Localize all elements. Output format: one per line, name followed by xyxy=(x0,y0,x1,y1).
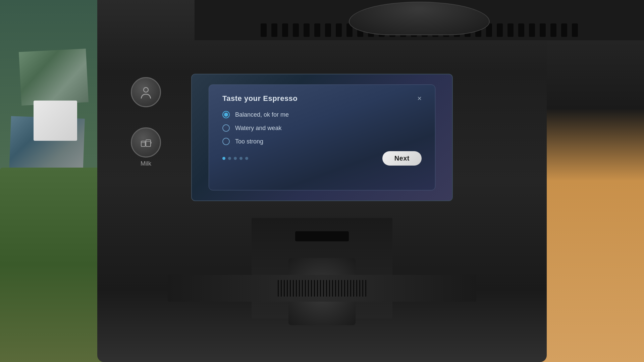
vent-slot xyxy=(550,23,556,37)
vent-slot xyxy=(282,23,288,37)
grill-slot xyxy=(308,280,309,297)
close-button[interactable]: × xyxy=(417,95,422,102)
grill-slot xyxy=(350,280,351,297)
grill-slot xyxy=(305,280,306,297)
vent-slot xyxy=(304,23,310,37)
grill-slot xyxy=(338,280,339,297)
option-balanced[interactable]: Balanced, ok for me xyxy=(222,111,422,118)
person-icon xyxy=(139,85,153,99)
next-button[interactable]: Next xyxy=(382,151,422,166)
grill-slot xyxy=(329,280,330,297)
option-watery[interactable]: Watery and weak xyxy=(222,124,422,132)
grill-slot xyxy=(332,280,333,297)
vent-slot xyxy=(572,23,578,37)
vent-slot xyxy=(540,23,546,37)
dot-4 xyxy=(239,157,243,160)
vent-slot xyxy=(293,23,299,37)
vent-slot xyxy=(529,23,535,37)
vent-slot xyxy=(561,23,567,37)
dialog-title-row: Taste your Espresso × xyxy=(222,94,422,103)
grill-slot xyxy=(323,280,324,297)
tissue-box xyxy=(34,101,77,141)
grill-slot xyxy=(362,280,363,297)
machine-screen: Taste your Espresso × Balanced, ok for m… xyxy=(191,74,453,201)
dialog-title: Taste your Espresso xyxy=(222,94,298,103)
svg-point-0 xyxy=(144,87,148,92)
profile-button-container xyxy=(131,77,161,107)
grill-slot xyxy=(344,280,345,297)
grill-slot xyxy=(278,280,279,297)
grill-slot xyxy=(302,280,303,297)
option-balanced-label: Balanced, ok for me xyxy=(235,111,289,118)
milk-button-label: Milk xyxy=(141,160,151,167)
grill-slot xyxy=(365,280,366,297)
grill-slot xyxy=(320,280,321,297)
grill-slot xyxy=(314,280,315,297)
grill-slot xyxy=(287,280,288,297)
drip-grill xyxy=(168,275,476,302)
dialog-footer: Next xyxy=(222,151,422,166)
vent-slot xyxy=(271,23,277,37)
grill-slot xyxy=(353,280,354,297)
grill-slot xyxy=(296,280,297,297)
milk-button-container: Milk xyxy=(131,127,161,167)
dot-2 xyxy=(228,157,231,160)
profile-button[interactable] xyxy=(131,77,161,107)
bag-item xyxy=(0,168,107,362)
grill-slot xyxy=(356,280,357,297)
grill-slot xyxy=(317,280,318,297)
radio-inner-balanced xyxy=(224,113,228,117)
option-strong-label: Too strong xyxy=(235,138,263,145)
vent-slot xyxy=(261,23,267,37)
dot-5 xyxy=(245,157,248,160)
dot-1 xyxy=(222,157,225,160)
grill-slot xyxy=(347,280,348,297)
grill-slot xyxy=(284,280,285,297)
grill-slot xyxy=(335,280,336,297)
grill-slot xyxy=(281,280,282,297)
photo-frame-1 xyxy=(19,49,89,106)
option-watery-label: Watery and weak xyxy=(235,125,281,132)
option-strong[interactable]: Too strong xyxy=(222,138,422,145)
pagination-dots xyxy=(222,157,248,160)
radio-strong[interactable] xyxy=(222,138,230,145)
grill-slot xyxy=(341,280,342,297)
radio-balanced[interactable] xyxy=(222,111,230,118)
dispenser-area xyxy=(252,218,392,318)
vent-slot xyxy=(325,23,331,37)
grill-slot xyxy=(290,280,291,297)
grill-slot xyxy=(326,280,327,297)
dispenser-slot xyxy=(295,231,349,241)
grill-slot xyxy=(311,280,312,297)
grill-slot xyxy=(293,280,294,297)
vent-slot xyxy=(497,23,503,37)
svg-rect-1 xyxy=(141,141,145,146)
dot-3 xyxy=(234,157,237,160)
vent-slot xyxy=(507,23,514,37)
vent-slot xyxy=(314,23,320,37)
milk-button[interactable] xyxy=(131,127,161,158)
radio-watery[interactable] xyxy=(222,124,230,132)
grill-slot xyxy=(359,280,360,297)
grill-slot xyxy=(299,280,300,297)
svg-rect-2 xyxy=(146,140,151,146)
vent-slot xyxy=(336,23,342,37)
taste-dialog: Taste your Espresso × Balanced, ok for m… xyxy=(209,84,435,190)
milk-cups-icon xyxy=(139,135,153,150)
vent-slot xyxy=(518,23,524,37)
